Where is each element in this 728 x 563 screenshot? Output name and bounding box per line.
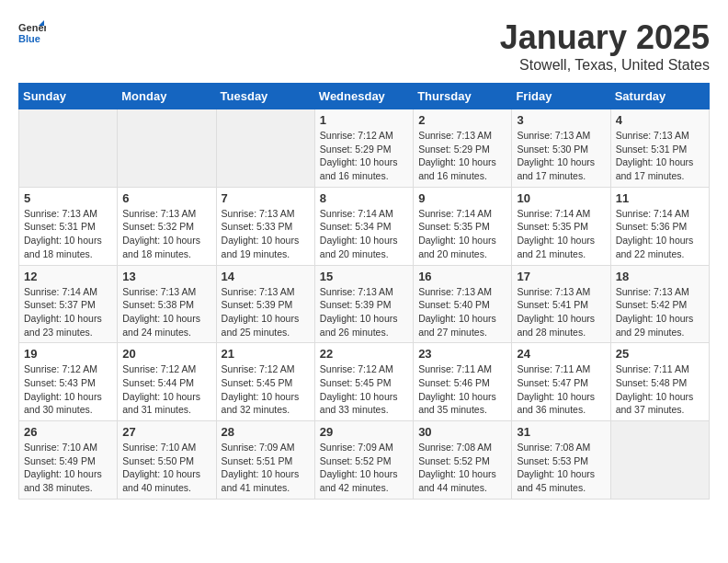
calendar-cell: 18Sunrise: 7:13 AMSunset: 5:42 PMDayligh… xyxy=(610,265,709,343)
day-number: 14 xyxy=(222,270,310,283)
day-info: Sunrise: 7:13 AMSunset: 5:40 PMDaylight:… xyxy=(418,285,506,339)
calendar-cell: 1Sunrise: 7:12 AMSunset: 5:29 PMDaylight… xyxy=(314,109,413,188)
day-number: 4 xyxy=(616,113,704,127)
day-number: 9 xyxy=(418,191,506,205)
calendar-cell: 4Sunrise: 7:13 AMSunset: 5:31 PMDaylight… xyxy=(610,109,709,188)
day-number: 23 xyxy=(418,347,506,361)
calendar-cell: 22Sunrise: 7:12 AMSunset: 5:45 PMDayligh… xyxy=(314,343,413,421)
calendar-cell: 5Sunrise: 7:13 AMSunset: 5:31 PMDaylight… xyxy=(19,187,118,265)
day-info: Sunrise: 7:13 AMSunset: 5:32 PMDaylight:… xyxy=(122,207,210,261)
day-number: 16 xyxy=(418,270,506,283)
svg-text:Blue: Blue xyxy=(18,33,40,44)
calendar-title: January 2025 xyxy=(500,18,710,57)
calendar-week-3: 12Sunrise: 7:14 AMSunset: 5:37 PMDayligh… xyxy=(19,265,710,343)
calendar-cell: 16Sunrise: 7:13 AMSunset: 5:40 PMDayligh… xyxy=(414,265,512,343)
day-info: Sunrise: 7:09 AMSunset: 5:51 PMDaylight:… xyxy=(222,441,310,495)
day-number: 30 xyxy=(418,425,506,439)
day-info: Sunrise: 7:13 AMSunset: 5:31 PMDaylight:… xyxy=(616,129,704,183)
calendar-cell: 17Sunrise: 7:13 AMSunset: 5:41 PMDayligh… xyxy=(512,265,610,343)
day-info: Sunrise: 7:13 AMSunset: 5:39 PMDaylight:… xyxy=(222,285,310,339)
calendar-cell xyxy=(610,421,709,500)
calendar-cell: 15Sunrise: 7:13 AMSunset: 5:39 PMDayligh… xyxy=(314,265,413,343)
day-info: Sunrise: 7:13 AMSunset: 5:42 PMDaylight:… xyxy=(616,285,704,339)
calendar-week-1: 1Sunrise: 7:12 AMSunset: 5:29 PMDaylight… xyxy=(19,109,710,188)
day-number: 2 xyxy=(418,113,506,127)
day-number: 27 xyxy=(122,425,210,439)
day-info: Sunrise: 7:13 AMSunset: 5:38 PMDaylight:… xyxy=(122,285,210,339)
day-info: Sunrise: 7:14 AMSunset: 5:37 PMDaylight:… xyxy=(24,285,112,339)
day-info: Sunrise: 7:14 AMSunset: 5:36 PMDaylight:… xyxy=(616,207,704,261)
calendar-cell: 6Sunrise: 7:13 AMSunset: 5:32 PMDaylight… xyxy=(118,187,216,265)
day-number: 28 xyxy=(222,425,310,439)
calendar-cell: 8Sunrise: 7:14 AMSunset: 5:34 PMDaylight… xyxy=(314,187,413,265)
calendar-cell: 10Sunrise: 7:14 AMSunset: 5:35 PMDayligh… xyxy=(512,187,610,265)
day-number: 6 xyxy=(122,191,210,205)
calendar-body: 1Sunrise: 7:12 AMSunset: 5:29 PMDaylight… xyxy=(19,109,710,500)
day-number: 22 xyxy=(320,347,408,361)
calendar-cell xyxy=(216,109,314,188)
day-number: 26 xyxy=(24,425,112,439)
day-info: Sunrise: 7:08 AMSunset: 5:52 PMDaylight:… xyxy=(418,441,506,495)
weekday-header-tuesday: Tuesday xyxy=(216,84,314,109)
day-info: Sunrise: 7:14 AMSunset: 5:35 PMDaylight:… xyxy=(418,207,506,261)
weekday-header-saturday: Saturday xyxy=(610,84,709,109)
day-info: Sunrise: 7:14 AMSunset: 5:35 PMDaylight:… xyxy=(517,207,605,261)
logo: General Blue xyxy=(18,18,50,46)
calendar-cell: 7Sunrise: 7:13 AMSunset: 5:33 PMDaylight… xyxy=(216,187,314,265)
calendar-cell: 12Sunrise: 7:14 AMSunset: 5:37 PMDayligh… xyxy=(19,265,118,343)
calendar-week-2: 5Sunrise: 7:13 AMSunset: 5:31 PMDaylight… xyxy=(19,187,710,265)
day-info: Sunrise: 7:10 AMSunset: 5:49 PMDaylight:… xyxy=(24,441,112,495)
weekday-header-wednesday: Wednesday xyxy=(314,84,413,109)
day-number: 31 xyxy=(517,425,605,439)
calendar-table: SundayMondayTuesdayWednesdayThursdayFrid… xyxy=(18,83,710,500)
calendar-subtitle: Stowell, Texas, United States xyxy=(500,57,710,74)
day-number: 25 xyxy=(616,347,704,361)
day-info: Sunrise: 7:13 AMSunset: 5:39 PMDaylight:… xyxy=(320,285,408,339)
day-number: 24 xyxy=(517,347,605,361)
day-info: Sunrise: 7:12 AMSunset: 5:29 PMDaylight:… xyxy=(320,129,408,183)
page-header: General Blue January 2025 Stowell, Texas… xyxy=(18,18,710,74)
day-number: 7 xyxy=(222,191,310,205)
day-info: Sunrise: 7:12 AMSunset: 5:44 PMDaylight:… xyxy=(122,362,210,417)
day-info: Sunrise: 7:10 AMSunset: 5:50 PMDaylight:… xyxy=(122,441,210,495)
weekday-header-thursday: Thursday xyxy=(414,84,512,109)
day-number: 29 xyxy=(320,425,408,439)
day-number: 10 xyxy=(517,191,605,205)
calendar-cell: 23Sunrise: 7:11 AMSunset: 5:46 PMDayligh… xyxy=(414,343,512,421)
day-number: 19 xyxy=(24,347,112,361)
calendar-cell xyxy=(118,109,216,188)
day-number: 17 xyxy=(517,270,605,283)
calendar-cell: 28Sunrise: 7:09 AMSunset: 5:51 PMDayligh… xyxy=(216,421,314,500)
calendar-cell: 20Sunrise: 7:12 AMSunset: 5:44 PMDayligh… xyxy=(118,343,216,421)
calendar-cell: 24Sunrise: 7:11 AMSunset: 5:47 PMDayligh… xyxy=(512,343,610,421)
calendar-header: SundayMondayTuesdayWednesdayThursdayFrid… xyxy=(19,84,710,109)
day-info: Sunrise: 7:12 AMSunset: 5:45 PMDaylight:… xyxy=(320,362,408,417)
day-number: 1 xyxy=(320,113,408,127)
day-info: Sunrise: 7:13 AMSunset: 5:31 PMDaylight:… xyxy=(24,207,112,261)
day-number: 15 xyxy=(320,270,408,283)
day-number: 21 xyxy=(222,347,310,361)
calendar-cell: 2Sunrise: 7:13 AMSunset: 5:29 PMDaylight… xyxy=(414,109,512,188)
calendar-cell: 14Sunrise: 7:13 AMSunset: 5:39 PMDayligh… xyxy=(216,265,314,343)
calendar-cell: 19Sunrise: 7:12 AMSunset: 5:43 PMDayligh… xyxy=(19,343,118,421)
calendar-cell: 25Sunrise: 7:11 AMSunset: 5:48 PMDayligh… xyxy=(610,343,709,421)
day-number: 18 xyxy=(616,270,704,283)
day-info: Sunrise: 7:13 AMSunset: 5:41 PMDaylight:… xyxy=(517,285,605,339)
calendar-cell xyxy=(19,109,118,188)
day-info: Sunrise: 7:11 AMSunset: 5:47 PMDaylight:… xyxy=(517,362,605,417)
calendar-cell: 27Sunrise: 7:10 AMSunset: 5:50 PMDayligh… xyxy=(118,421,216,500)
calendar-cell: 30Sunrise: 7:08 AMSunset: 5:52 PMDayligh… xyxy=(414,421,512,500)
day-info: Sunrise: 7:13 AMSunset: 5:30 PMDaylight:… xyxy=(517,129,605,183)
weekday-header-monday: Monday xyxy=(118,84,216,109)
day-number: 11 xyxy=(616,191,704,205)
day-info: Sunrise: 7:12 AMSunset: 5:43 PMDaylight:… xyxy=(24,362,112,417)
day-info: Sunrise: 7:13 AMSunset: 5:29 PMDaylight:… xyxy=(418,129,506,183)
calendar-cell: 13Sunrise: 7:13 AMSunset: 5:38 PMDayligh… xyxy=(118,265,216,343)
logo-icon: General Blue xyxy=(18,18,46,46)
calendar-cell: 26Sunrise: 7:10 AMSunset: 5:49 PMDayligh… xyxy=(19,421,118,500)
day-info: Sunrise: 7:14 AMSunset: 5:34 PMDaylight:… xyxy=(320,207,408,261)
day-info: Sunrise: 7:11 AMSunset: 5:46 PMDaylight:… xyxy=(418,362,506,417)
day-number: 20 xyxy=(122,347,210,361)
day-number: 13 xyxy=(122,270,210,283)
day-number: 12 xyxy=(24,270,112,283)
